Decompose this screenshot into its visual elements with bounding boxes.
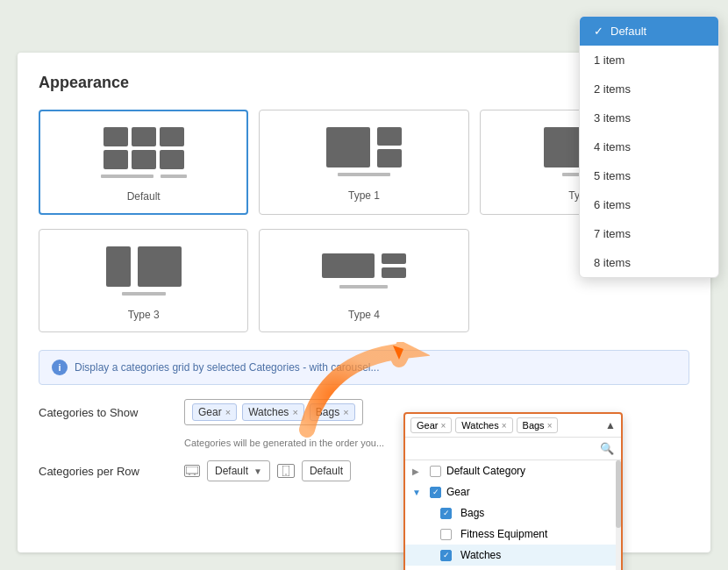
cat-tag-gear[interactable]: Gear ×	[410, 417, 452, 433]
tag-gear[interactable]: Gear ×	[192, 403, 237, 421]
checkbox-watches[interactable]: ✓	[440, 550, 452, 561]
dropdown-item-2[interactable]: 2 items	[580, 75, 718, 103]
layout-label-type3: Type 3	[50, 309, 237, 321]
tag-bags-close[interactable]: ×	[343, 407, 348, 417]
dropdown-label-default: Default	[610, 25, 646, 38]
tag-watches-label: Watches	[248, 406, 289, 418]
tag-gear-label: Gear	[198, 406, 222, 418]
cat-tag-gear-close[interactable]: ×	[440, 421, 446, 431]
svg-point-4	[285, 474, 287, 475]
dropdown-label-1: 1 item	[594, 53, 625, 67]
cat-item-gear[interactable]: ▼ ✓ Gear	[405, 481, 621, 502]
cat-list-scrollthumb	[616, 460, 621, 528]
mobile-select[interactable]: Default	[302, 460, 351, 481]
layout-card-type4[interactable]: Type 4	[259, 229, 468, 332]
cat-list-scrollbar[interactable]	[616, 460, 621, 570]
cat-tag-bags-label: Bags	[523, 420, 545, 431]
cat-dropdown-up-arrow[interactable]: ▲	[605, 419, 616, 431]
cat-item-bags[interactable]: ✓ Bags	[405, 502, 621, 524]
tag-gear-close[interactable]: ×	[225, 407, 231, 417]
cat-label-default-category: Default Category	[446, 465, 525, 477]
mobile-icon	[277, 464, 295, 478]
cat-item-fitness[interactable]: Fitness Equipment	[405, 524, 621, 545]
info-icon: i	[52, 360, 68, 375]
layout-label-type4: Type 4	[270, 309, 457, 321]
layout-card-type1[interactable]: Type 1	[259, 110, 468, 215]
desktop-select[interactable]: Default ▼	[207, 460, 270, 481]
tag-bags-label: Bags	[316, 406, 339, 418]
categories-tags-input[interactable]: Gear × Watches × Bags ×	[184, 399, 363, 425]
chevron-default-icon: ▶	[412, 467, 425, 476]
svg-rect-0	[186, 467, 198, 474]
dropdown-item-7[interactable]: 7 items	[580, 219, 718, 248]
cat-tag-watches[interactable]: Watches ×	[455, 417, 512, 433]
dropdown-label-6: 6 items	[594, 198, 631, 211]
layout-label-default: Default	[51, 190, 236, 203]
dropdown-label-2: 2 items	[594, 82, 631, 96]
cat-tag-gear-label: Gear	[417, 420, 438, 431]
mobile-value: Default	[310, 465, 343, 477]
cat-label-fitness: Fitness Equipment	[460, 528, 547, 540]
cat-label-watches: Watches	[460, 549, 501, 561]
info-banner: i Display a categories grid by selected …	[39, 350, 689, 385]
cat-search-bar[interactable]: 🔍	[405, 438, 621, 460]
cat-label-gear: Gear	[446, 486, 470, 498]
layout-thumb-type4	[270, 240, 457, 302]
checkbox-default-category[interactable]	[430, 466, 441, 477]
tag-watches[interactable]: Watches ×	[242, 403, 304, 421]
layout-label-type1: Type 1	[270, 189, 457, 202]
items-dropdown[interactable]: ✓ Default 1 item 2 items 3 items 4 items…	[579, 16, 719, 278]
tag-bags[interactable]: Bags ×	[310, 403, 355, 421]
categories-per-row-label: Categories per Row	[39, 465, 170, 478]
cat-item-default-category[interactable]: ▶ Default Category	[405, 460, 621, 481]
dropdown-label-8: 8 items	[594, 256, 631, 269]
cat-search-input[interactable]	[412, 443, 595, 455]
layout-card-type3[interactable]: Type 3	[39, 229, 248, 332]
desktop-value: Default	[215, 465, 248, 477]
cat-tag-watches-close[interactable]: ×	[502, 421, 507, 431]
dropdown-item-8[interactable]: 8 items	[580, 248, 718, 277]
categories-label: Categories to Show	[39, 406, 170, 419]
cat-label-bags: Bags	[460, 507, 484, 519]
info-text: Display a categories grid by selected Ca…	[75, 361, 380, 374]
cat-item-collections[interactable]: ▼ Collections	[405, 566, 621, 570]
checkbox-gear[interactable]: ✓	[430, 487, 441, 498]
desktop-select-arrow: ▼	[253, 467, 262, 476]
dropdown-item-1[interactable]: 1 item	[580, 46, 718, 75]
dropdown-label-4: 4 items	[594, 140, 631, 153]
chevron-gear-icon: ▼	[412, 488, 425, 497]
dropdown-label-3: 3 items	[594, 111, 631, 125]
category-dropdown[interactable]: Gear × Watches × Bags × ▲ 🔍 ▶ Default Ca…	[403, 412, 623, 570]
layout-card-default[interactable]: Default	[39, 110, 248, 215]
dropdown-item-4[interactable]: 4 items	[580, 132, 718, 161]
dropdown-item-6[interactable]: 6 items	[580, 190, 718, 219]
dropdown-checkmark: ✓	[594, 25, 603, 38]
layout-thumb-default	[51, 122, 236, 183]
cat-item-watches[interactable]: ✓ Watches	[405, 545, 621, 566]
tag-watches-close[interactable]: ×	[292, 407, 297, 417]
categories-per-row-selects: Default ▼ Default	[184, 460, 351, 481]
dropdown-item-3[interactable]: 3 items	[580, 103, 718, 132]
checkbox-bags[interactable]: ✓	[440, 508, 452, 519]
cat-tag-watches-label: Watches	[461, 420, 498, 431]
cat-tag-bags[interactable]: Bags ×	[517, 417, 559, 433]
desktop-icon	[184, 465, 200, 477]
cat-tag-bags-close[interactable]: ×	[547, 421, 553, 431]
dropdown-label-7: 7 items	[594, 227, 631, 240]
cat-dropdown-header: Gear × Watches × Bags × ▲	[405, 414, 621, 438]
cat-search-icon[interactable]: 🔍	[600, 442, 614, 455]
dropdown-item-default[interactable]: ✓ Default	[580, 17, 718, 46]
layout-thumb-type3	[50, 240, 237, 302]
dropdown-label-5: 5 items	[594, 169, 631, 182]
checkbox-fitness[interactable]	[440, 529, 452, 540]
cat-list: ▶ Default Category ▼ ✓ Gear ✓ Bags Fitne…	[405, 460, 621, 570]
layout-thumb-type1	[270, 121, 457, 182]
dropdown-item-5[interactable]: 5 items	[580, 161, 718, 190]
